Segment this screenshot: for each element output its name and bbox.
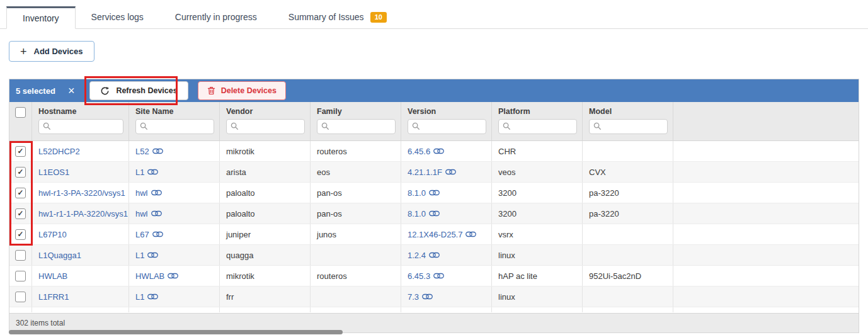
row-checkbox[interactable] xyxy=(15,292,26,302)
horizontal-scrollbar[interactable] xyxy=(9,330,343,334)
tab-currently-in-progress[interactable]: Currently in progress xyxy=(159,6,273,28)
delete-devices-button[interactable]: Delete Devices xyxy=(198,81,286,100)
add-devices-label: Add Devices xyxy=(34,47,83,56)
hostname-filter-input[interactable] xyxy=(38,119,123,134)
tab-label: Summary of Issues xyxy=(288,12,364,22)
vendor-cell: mikrotik xyxy=(220,141,311,161)
site-name-cell: L52 xyxy=(129,141,220,161)
clear-selection-icon[interactable]: × xyxy=(68,85,75,96)
site-name-link[interactable]: L1 xyxy=(135,251,158,260)
filler-cell xyxy=(673,245,859,265)
version-link[interactable]: 8.1.0 xyxy=(408,188,440,198)
platform-cell: linux xyxy=(492,245,583,265)
hostname-link[interactable]: L1FRR1 xyxy=(38,292,69,302)
row-checkbox[interactable]: ✓ xyxy=(15,146,26,157)
version-link[interactable]: 4.21.1.1F xyxy=(408,168,456,177)
issues-count-badge: 10 xyxy=(370,12,387,23)
column-header-version: Version xyxy=(401,102,492,140)
link-icon xyxy=(147,169,158,175)
row-checkbox[interactable]: ✓ xyxy=(15,167,26,178)
filler-cell xyxy=(673,287,859,307)
row-checkbox[interactable] xyxy=(15,250,26,261)
checkbox-cell: ✓ xyxy=(9,224,32,244)
hostname-link[interactable]: L52DHCP2 xyxy=(38,147,80,156)
row-checkbox[interactable]: ✓ xyxy=(15,208,26,219)
link-icon xyxy=(151,210,162,217)
inventory-table-panel: 5 selected × Refresh Devices Delete Devi… xyxy=(9,79,859,333)
version-cell: 6.45.6 xyxy=(401,141,492,161)
hostname-cell: L1EOS1 xyxy=(32,162,129,182)
column-label: Hostname xyxy=(38,107,123,116)
vendor-cell: frr xyxy=(220,287,311,307)
hostname-link[interactable]: L67P10 xyxy=(38,230,67,239)
column-label: Platform xyxy=(498,107,577,116)
hostname-link[interactable]: hwl-r1-3-PA-3220/vsys1 xyxy=(38,188,125,198)
site-name-link[interactable]: hwl xyxy=(135,209,162,219)
hostname-cell: hwl-r1-3-PA-3220/vsys1 xyxy=(32,183,129,203)
site-name-link[interactable]: L52 xyxy=(135,147,163,156)
version-link[interactable]: 1.2.4 xyxy=(408,251,440,260)
hostname-link[interactable]: L1Quagga1 xyxy=(38,251,81,260)
column-header-vendor: Vendor xyxy=(220,102,311,140)
family-cell: junos xyxy=(311,224,401,244)
tab-label: Currently in progress xyxy=(175,12,257,22)
family-cell: pan-os xyxy=(311,183,401,203)
refresh-devices-button[interactable]: Refresh Devices xyxy=(89,81,188,100)
model-cell xyxy=(583,245,673,265)
hostname-cell: L1FRR1 xyxy=(32,287,129,307)
platform-cell: veos xyxy=(492,162,583,182)
site-name-cell: L67 xyxy=(129,224,220,244)
checkbox-cell xyxy=(9,287,32,307)
platform-cell: 3200 xyxy=(492,183,583,203)
row-checkbox[interactable]: ✓ xyxy=(15,188,26,198)
version-link[interactable]: 6.45.6 xyxy=(408,147,444,156)
hostname-link[interactable]: hw1-r1-1-PA-3220/vsys1 xyxy=(38,209,128,219)
refresh-icon xyxy=(100,86,110,96)
column-header-site-name: Site Name xyxy=(129,102,220,140)
row-checkbox[interactable] xyxy=(15,271,26,281)
link-icon xyxy=(422,293,433,300)
version-cell: 8.1.0 xyxy=(401,203,492,224)
model-cell xyxy=(583,141,673,161)
hostname-link[interactable]: HWLAB xyxy=(38,271,67,281)
link-icon xyxy=(151,190,162,196)
version-cell: 12.1X46-D25.7 xyxy=(401,224,492,244)
select-all-checkbox[interactable] xyxy=(15,107,26,118)
tab-summary-of-issues[interactable]: Summary of Issues10 xyxy=(273,6,403,28)
site-name-link[interactable]: L1 xyxy=(135,168,158,177)
model-cell: 952Ui-5ac2nD xyxy=(583,266,673,286)
site-name-link[interactable]: HWLAB xyxy=(135,271,178,281)
search-icon xyxy=(140,122,148,130)
table-row: ✓hwl-r1-3-PA-3220/vsys1hwlpaloaltopan-os… xyxy=(9,183,859,203)
link-icon xyxy=(429,190,440,196)
site-name-cell: L1 xyxy=(129,162,220,182)
version-link[interactable]: 7.3 xyxy=(408,292,433,302)
version-link[interactable]: 6.45.3 xyxy=(408,271,444,281)
hostname-link[interactable]: L1EOS1 xyxy=(38,168,69,177)
hostname-cell: L67P10 xyxy=(32,224,129,244)
tab-services-logs[interactable]: Services logs xyxy=(76,6,159,28)
add-devices-button[interactable]: + Add Devices xyxy=(9,41,94,62)
version-link[interactable]: 12.1X46-D25.7 xyxy=(408,230,476,239)
table-header: Hostname Site Name xyxy=(9,102,859,141)
table-body: ✓L52DHCP2L52mikrotikrouteros6.45.6CHR✓L1… xyxy=(9,141,859,307)
platform-cell: vsrx xyxy=(492,224,583,244)
version-cell: 7.3 xyxy=(401,287,492,307)
column-label: Model xyxy=(589,107,668,116)
site-name-cell: hwl xyxy=(129,183,220,203)
model-cell: pa-3220 xyxy=(583,203,673,224)
site-name-link[interactable]: L67 xyxy=(135,230,163,239)
table-row: L1FRR1L1frr7.3linux xyxy=(9,287,859,307)
column-label: Family xyxy=(317,107,396,116)
column-header-platform: Platform xyxy=(492,102,583,140)
row-checkbox[interactable]: ✓ xyxy=(15,229,26,240)
site-name-link[interactable]: hwl xyxy=(135,188,162,198)
family-cell: pan-os xyxy=(311,203,401,224)
plus-icon: + xyxy=(20,46,27,57)
table-row: HWLABHWLABmikrotikrouteros6.45.3hAP ac l… xyxy=(9,266,859,287)
site-name-link[interactable]: L1 xyxy=(135,292,158,302)
table-row: L1Quagga1L1quagga1.2.4linux xyxy=(9,245,859,266)
version-link[interactable]: 8.1.0 xyxy=(408,209,440,219)
table-row: ✓L52DHCP2L52mikrotikrouteros6.45.6CHR xyxy=(9,141,859,162)
tab-inventory[interactable]: Inventory xyxy=(6,6,76,29)
